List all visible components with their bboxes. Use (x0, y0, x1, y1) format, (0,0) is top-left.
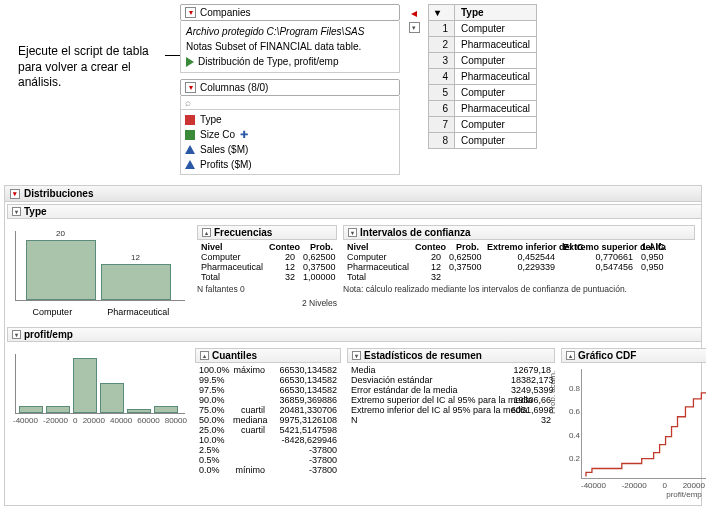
continuous-icon (185, 145, 195, 154)
type-cell[interactable]: Pharmaceutical (455, 69, 537, 85)
quantiles-title: Cuantiles (212, 350, 257, 361)
column-sales[interactable]: Sales ($M) (185, 142, 395, 157)
cdf-y-ticks: 0.80.60.40.2 (562, 369, 580, 478)
cdf-chart: Prob. acum. 0.80.60.40.2 (581, 369, 706, 479)
companies-title: Companies (200, 7, 251, 18)
distributions-panel: ▾ Distribuciones ▾ Type 20 12 Computer P… (4, 185, 702, 506)
nominal-icon (185, 115, 195, 125)
column-search-input[interactable]: ⌕ (180, 96, 400, 110)
type-cell[interactable]: Pharmaceutical (455, 101, 537, 117)
n-missing: N faltantes 0 (197, 282, 337, 296)
menu-icon[interactable]: ▾ (409, 22, 420, 33)
frequencies-table: NivelConteoProb.Computer200,62500Pharmac… (197, 242, 337, 282)
column-list: Type Size Co✚ Sales ($M) Profits ($M) (180, 110, 400, 175)
histogram-axis: -40000-20000020000400006000080000 (11, 416, 189, 425)
row-index[interactable]: 8 (429, 133, 455, 149)
column-profits[interactable]: Profits ($M) (185, 157, 395, 172)
dropdown-icon[interactable]: ▾ (185, 7, 196, 18)
type-cell[interactable]: Pharmaceutical (455, 37, 537, 53)
profit-emp-histogram (15, 354, 185, 414)
scroll-left-icon[interactable]: ◂ (411, 6, 417, 20)
type-column-header[interactable]: Type (455, 5, 537, 21)
profit-emp-subheader[interactable]: ▾ profit/emp (7, 327, 702, 342)
dropdown-icon[interactable]: ▾ (12, 330, 21, 339)
row-index[interactable]: 2 (429, 37, 455, 53)
ci-table: NivelConteoProb.Extremo inferior del ICE… (343, 242, 695, 282)
row-index[interactable]: 4 (429, 69, 455, 85)
row-selector-header[interactable]: ▾ (429, 5, 455, 21)
companies-panel: ▾ Companies Archivo protegido C:\Program… (180, 4, 400, 175)
axis-label: Computer (33, 307, 73, 317)
row-index[interactable]: 5 (429, 85, 455, 101)
expand-icon: ✚ (240, 129, 248, 140)
column-sizeco[interactable]: Size Co✚ (185, 127, 395, 142)
type-bar-chart: 20 12 (15, 231, 185, 301)
summary-table: Media12679,18Desviación estándar18382,17… (347, 365, 555, 425)
notes-row: Notas Subset of FINANCIAL data table. (186, 39, 394, 54)
ci-title: Intervalos de confianza (360, 227, 471, 238)
type-subheader[interactable]: ▾ Type (7, 204, 702, 219)
cdf-title: Gráfico CDF (578, 350, 636, 361)
dropdown-icon[interactable]: ▴ (202, 228, 211, 237)
summary-title: Estadísticos de resumen (364, 350, 482, 361)
quantiles-header[interactable]: ▴ Cuantiles (195, 348, 341, 363)
distributions-header[interactable]: ▾ Distribuciones (5, 186, 701, 202)
dropdown-icon[interactable]: ▾ (352, 351, 361, 360)
type-cell[interactable]: Computer (455, 53, 537, 69)
columns-title: Columnas (8/0) (200, 82, 268, 93)
type-cell[interactable]: Computer (455, 21, 537, 37)
ci-header[interactable]: ▾ Intervalos de confianza (343, 225, 695, 240)
profit-emp-subtitle: profit/emp (24, 329, 73, 340)
data-table: ▾ Type 1Computer2Pharmaceutical3Computer… (428, 4, 537, 149)
summary-header[interactable]: ▾ Estadísticos de resumen (347, 348, 555, 363)
companies-header[interactable]: ▾ Companies (180, 4, 400, 21)
dropdown-icon[interactable]: ▾ (348, 228, 357, 237)
ordinal-icon (185, 130, 195, 140)
annotation-text: Ejecute el script de tabla para volver a… (0, 4, 180, 91)
dropdown-icon[interactable]: ▾ (185, 82, 196, 93)
distributions-title: Distribuciones (24, 188, 93, 199)
cdf-x-label: profit/emp (581, 490, 706, 499)
row-index[interactable]: 3 (429, 53, 455, 69)
n-levels: 2 Niveles (197, 296, 337, 310)
continuous-icon (185, 160, 195, 169)
distribution-label: Distribución de Type, profit/emp (198, 55, 338, 68)
table-controls: ◂ ▾ (400, 4, 428, 33)
frequencies-title: Frecuencias (214, 227, 272, 238)
row-index[interactable]: 7 (429, 117, 455, 133)
run-icon (186, 57, 194, 67)
row-index[interactable]: 6 (429, 101, 455, 117)
ci-note: Nota: cálculo realizado mediante los int… (343, 282, 695, 296)
cdf-header[interactable]: ▴ Gráfico CDF (561, 348, 706, 363)
row-index[interactable]: 1 (429, 21, 455, 37)
columns-header[interactable]: ▾ Columnas (8/0) (180, 79, 400, 96)
frequencies-header[interactable]: ▴ Frecuencias (197, 225, 337, 240)
dropdown-icon[interactable]: ▴ (200, 351, 209, 360)
type-cell[interactable]: Computer (455, 117, 537, 133)
file-path-row: Archivo protegido C:\Program Files\SAS (186, 24, 394, 39)
quantiles-table: 100.0%máximo66530,13458299.5%66530,13458… (195, 365, 341, 475)
dropdown-icon[interactable]: ▴ (566, 351, 575, 360)
type-cell[interactable]: Computer (455, 85, 537, 101)
distribution-script-row[interactable]: Distribución de Type, profit/emp (186, 54, 394, 69)
type-subtitle: Type (24, 206, 47, 217)
dropdown-icon[interactable]: ▾ (12, 207, 21, 216)
column-type[interactable]: Type (185, 112, 395, 127)
cdf-y-label: Prob. acum. (548, 370, 557, 413)
type-cell[interactable]: Computer (455, 133, 537, 149)
cdf-x-axis: -40000-200000200004000060000 (581, 481, 706, 490)
axis-label: Pharmaceutical (107, 307, 169, 317)
dropdown-icon[interactable]: ▾ (10, 189, 20, 199)
